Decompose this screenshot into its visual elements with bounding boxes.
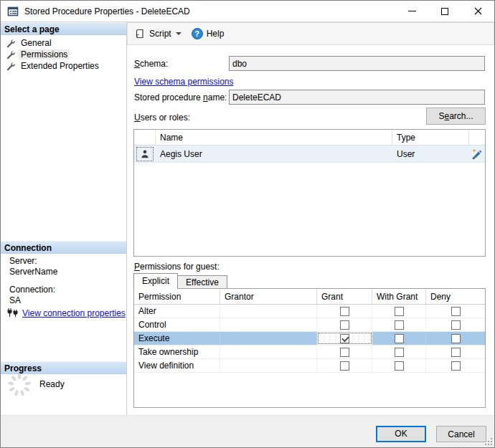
grant-checkbox[interactable] (340, 334, 349, 343)
with-grant-checkbox[interactable] (395, 348, 404, 357)
view-schema-permissions-link[interactable]: View schema permissions (134, 77, 234, 87)
perm-header-grantor: Grantor (220, 289, 317, 304)
permissions-table: Permission Grantor Grant With Grant Deny… (133, 288, 486, 408)
window-title: Stored Procedure Properties - DeleteECAD (24, 6, 190, 16)
connection-plug-icon (6, 308, 19, 318)
wrench-icon (6, 50, 15, 59)
grant-checkbox[interactable] (340, 307, 349, 316)
users-or-roles-table: Name Type Aegis UserUser (133, 129, 486, 257)
tab-explicit[interactable]: Explicit (133, 273, 178, 289)
permissions-table-body: AlterControlExecuteTake ownershipView de… (134, 305, 485, 373)
deny-checkbox[interactable] (451, 307, 461, 316)
permission-row-execute[interactable]: Execute (134, 332, 485, 345)
grantor-cell (220, 345, 317, 358)
permissions-table-header: Permission Grantor Grant With Grant Deny (134, 289, 485, 305)
with-grant-checkbox[interactable] (395, 320, 404, 330)
view-connection-properties-link[interactable]: View connection properties (22, 308, 126, 318)
grantor-cell (220, 305, 317, 318)
sidebar-item-label: Permissions (19, 49, 70, 59)
permissions-tabs: ExplicitEffective (133, 273, 227, 289)
stored-procedure-name-label: Stored procedure name: (134, 92, 227, 103)
edit-user-icon (471, 148, 483, 160)
toolbar: Script ? Help (127, 22, 494, 45)
permission-row-control[interactable]: Control (134, 318, 485, 332)
user-icon-cell (136, 147, 154, 161)
help-button[interactable]: ? Help (192, 28, 229, 39)
tab-effective[interactable]: Effective (177, 275, 227, 289)
select-page-list: GeneralPermissionsExtended Properties (6, 37, 125, 72)
grant-checkbox[interactable] (340, 348, 349, 357)
connection-info: Server: ServerName Connection: SA (9, 256, 123, 306)
deny-checkbox[interactable] (451, 361, 461, 371)
users-table-body: Aegis UserUser (134, 146, 485, 163)
deny-cell (426, 305, 485, 318)
permission-name: Alter (134, 305, 220, 318)
with-grant-checkbox[interactable] (395, 361, 404, 371)
grantor-cell (220, 318, 317, 331)
users-table-row[interactable]: Aegis UserUser (134, 146, 485, 163)
properties-window-icon (7, 6, 19, 17)
user-type: User (392, 149, 469, 159)
permission-row-view-definition[interactable]: View definition (134, 359, 485, 373)
script-label: Script (149, 29, 171, 39)
grantor-cell (220, 359, 317, 372)
grant-cell (317, 332, 372, 345)
with-grant-checkbox[interactable] (395, 307, 404, 316)
grant-cell (317, 359, 372, 372)
permission-row-take-ownership[interactable]: Take ownership (134, 345, 485, 359)
permission-row-alter[interactable]: Alter (134, 305, 485, 318)
deny-checkbox[interactable] (451, 348, 461, 357)
users-or-roles-label: Users or roles: (134, 113, 190, 123)
footer: OK Cancel (1, 415, 494, 447)
grant-cell (317, 305, 372, 318)
edit-user-button[interactable] (469, 148, 485, 160)
perm-header-deny: Deny (426, 289, 485, 304)
deny-checkbox[interactable] (451, 334, 461, 343)
script-dropdown-icon[interactable] (176, 32, 182, 35)
script-button[interactable]: Script (134, 28, 192, 39)
stored-procedure-properties-dialog: Stored Procedure Properties - DeleteECAD… (0, 0, 495, 448)
with-grant-cell (372, 345, 426, 358)
deny-cell (426, 318, 485, 331)
schema-field[interactable] (229, 56, 485, 71)
search-button[interactable]: Search... (426, 108, 486, 125)
sidebar: Select a page GeneralPermissionsExtended… (1, 22, 127, 415)
stored-procedure-name-field[interactable] (229, 90, 485, 105)
users-header-type: Type (392, 130, 469, 145)
sidebar-item-general[interactable]: General (6, 37, 125, 49)
close-button[interactable] (461, 1, 494, 22)
schema-label: Schema: (134, 59, 168, 69)
select-a-page-header: Select a page (1, 22, 126, 35)
sidebar-item-extended-properties[interactable]: Extended Properties (6, 60, 125, 72)
grant-checkbox[interactable] (340, 320, 349, 330)
with-grant-cell (372, 332, 426, 345)
deny-checkbox[interactable] (451, 320, 461, 330)
maximize-button[interactable] (428, 1, 461, 22)
perm-header-with-grant: With Grant (372, 289, 426, 304)
resize-grip[interactable] (484, 437, 493, 446)
user-icon (140, 149, 150, 159)
progress-spinner-icon (6, 372, 32, 398)
window-controls (395, 1, 494, 22)
with-grant-checkbox[interactable] (395, 334, 404, 343)
grant-checkbox[interactable] (340, 361, 349, 371)
close-icon (474, 7, 482, 15)
sidebar-item-permissions[interactable]: Permissions (6, 49, 125, 60)
cancel-button[interactable]: Cancel (436, 426, 486, 442)
perm-header-grant: Grant (317, 289, 372, 304)
users-table-header: Name Type (134, 130, 485, 146)
perm-header-permission: Permission (134, 289, 220, 304)
permission-name: Execute (134, 332, 220, 345)
script-icon (134, 28, 146, 39)
server-value: ServerName (9, 267, 123, 277)
wrench-icon (6, 62, 15, 71)
permissions-for-guest-label: Permissions for guest: (134, 262, 220, 272)
sidebar-item-label: Extended Properties (19, 61, 101, 71)
deny-cell (426, 345, 485, 358)
connection-value: SA (9, 295, 123, 306)
ok-button[interactable]: OK (376, 426, 426, 442)
minimize-button[interactable] (395, 1, 428, 22)
users-header-icon-col (134, 130, 156, 145)
maximize-icon (441, 8, 448, 15)
titlebar: Stored Procedure Properties - DeleteECAD (1, 1, 494, 22)
